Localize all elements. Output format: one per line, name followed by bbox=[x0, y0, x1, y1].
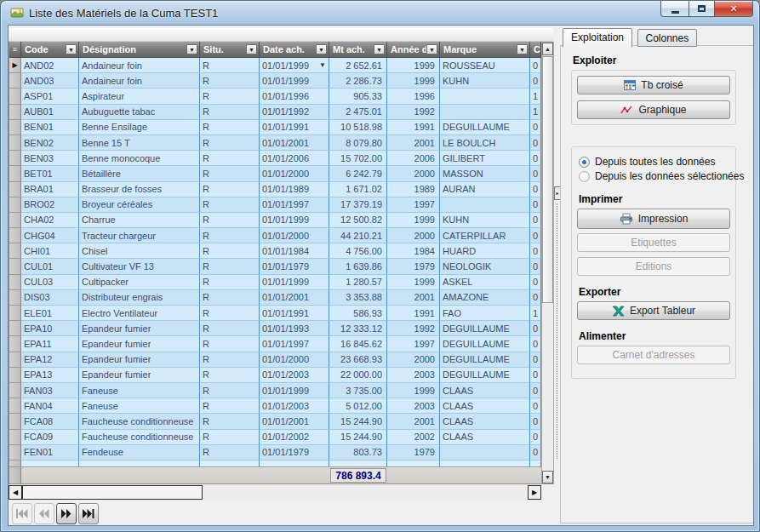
table-row[interactable]: CUL03CultipackerR01/01/19991 280.571999A… bbox=[9, 275, 541, 290]
table-row[interactable]: FAN03FaneuseR01/01/19993 735.001999CLAAS… bbox=[9, 383, 541, 398]
filter-dropdown-icon[interactable]: ▼ bbox=[374, 44, 385, 54]
vertical-scrollbar[interactable]: ▲ ▼ bbox=[541, 42, 554, 484]
table-row[interactable]: CUL01Cultivateur VF 13R01/01/19791 639.8… bbox=[9, 259, 541, 274]
radio-all-data[interactable]: Depuis toutes les données bbox=[579, 156, 730, 168]
cell-situ: R bbox=[200, 430, 260, 445]
filter-dropdown-icon[interactable]: ▼ bbox=[517, 44, 528, 54]
column-header-code[interactable]: Code▼ bbox=[21, 42, 79, 57]
table-row[interactable]: FAN04FaneuseR01/01/20035 012.002003CLAAS… bbox=[9, 398, 541, 414]
row-selector[interactable] bbox=[9, 89, 21, 104]
row-selector[interactable] bbox=[9, 243, 21, 259]
table-row[interactable]: CHG04Tracteur chargeurR01/01/200044 210.… bbox=[9, 228, 541, 243]
table-row[interactable]: CHA02CharrueR01/01/199912 500.821999KUHN… bbox=[9, 213, 541, 228]
export-tableur-button[interactable]: Export Tableur bbox=[577, 301, 730, 320]
column-header-mt[interactable]: Mt ach.▼ bbox=[329, 42, 387, 57]
row-selector[interactable] bbox=[9, 259, 21, 274]
row-selector[interactable] bbox=[9, 213, 21, 228]
horizontal-scroll-thumb[interactable] bbox=[22, 485, 203, 500]
row-selector[interactable] bbox=[9, 321, 21, 336]
table-row[interactable]: FCA09Faucheuse conditionneuseR01/01/2002… bbox=[9, 430, 541, 445]
table-row[interactable]: BET01BétaillèreR01/01/20006 242.792000MA… bbox=[9, 166, 541, 181]
row-selector[interactable] bbox=[9, 228, 21, 243]
cell-marque: AMAZONE bbox=[440, 290, 530, 306]
radio-selected-data[interactable]: Depuis les données sélectionées bbox=[579, 170, 730, 182]
row-selector[interactable] bbox=[9, 383, 21, 398]
row-selector[interactable] bbox=[9, 306, 21, 321]
close-button[interactable]: ✕ bbox=[714, 1, 753, 17]
row-selector[interactable] bbox=[9, 151, 21, 166]
row-selector[interactable] bbox=[9, 120, 21, 135]
table-row[interactable]: BRO02Broyeur céréalesR01/01/199717 379.1… bbox=[9, 197, 541, 213]
tb-croise-button[interactable]: Tb croisé bbox=[577, 76, 730, 94]
row-selector[interactable]: ▶ bbox=[9, 58, 21, 73]
row-selector[interactable] bbox=[9, 105, 21, 120]
application-window: Liste des Matériels de la Cuma TEST1 ✕ ≡… bbox=[0, 0, 760, 532]
scroll-up-button[interactable]: ▲ bbox=[542, 43, 553, 55]
row-selector[interactable] bbox=[9, 398, 21, 414]
filter-dropdown-icon[interactable]: ▼ bbox=[66, 44, 77, 54]
row-selector[interactable] bbox=[9, 430, 21, 445]
column-header-annee[interactable]: Année d▼ bbox=[387, 42, 440, 57]
table-row[interactable]: FEN01FendeuseR01/01/1979803.73197907 bbox=[9, 445, 541, 460]
table-row[interactable]: BEN01Benne EnsilageR01/01/199110 518.981… bbox=[9, 120, 541, 135]
row-selector[interactable] bbox=[9, 275, 21, 290]
table-row[interactable]: BEN02Benne 15 TR01/01/20018 079.802001LE… bbox=[9, 135, 541, 151]
last-record-button[interactable] bbox=[78, 503, 99, 524]
table-row[interactable]: BRA01Brasseur de fossesR01/01/19891 671.… bbox=[9, 182, 541, 197]
table-row[interactable]: EPA10Epandeur fumierR01/01/199312 333.12… bbox=[9, 321, 541, 336]
table-row[interactable]: AUB01Aubuguette tabacR01/01/19922 475.01… bbox=[9, 105, 541, 120]
row-selector[interactable] bbox=[9, 368, 21, 383]
scroll-down-button[interactable]: ▼ bbox=[542, 471, 553, 483]
scroll-right-button[interactable]: ▶ bbox=[528, 485, 541, 500]
column-header-situ[interactable]: Situ.▼ bbox=[200, 42, 260, 57]
horizontal-scrollbar[interactable]: ◀ ▶ bbox=[9, 485, 541, 501]
filter-dropdown-icon[interactable]: ▼ bbox=[316, 44, 327, 54]
row-selector[interactable] bbox=[9, 445, 21, 460]
impression-button[interactable]: Impression bbox=[577, 209, 730, 229]
table-row[interactable]: ELE01Electro VentilateurR01/01/1991586.9… bbox=[9, 306, 541, 321]
row-selector[interactable] bbox=[9, 414, 21, 429]
row-selector[interactable] bbox=[9, 336, 21, 352]
filter-dropdown-icon[interactable]: ▼ bbox=[186, 44, 197, 54]
row-selector[interactable] bbox=[9, 166, 21, 181]
cell-c: 03 bbox=[530, 259, 541, 274]
column-header-marque[interactable]: Marque▼ bbox=[440, 42, 530, 57]
filter-dropdown-icon[interactable]: ▼ bbox=[246, 44, 257, 54]
minimize-button[interactable] bbox=[660, 1, 689, 17]
row-selector[interactable] bbox=[9, 197, 21, 213]
vertical-scroll-thumb[interactable] bbox=[542, 56, 553, 303]
date-combo-icon[interactable]: ▼ bbox=[316, 61, 326, 69]
row-selector[interactable] bbox=[9, 352, 21, 368]
table-row[interactable]: CHI01ChiselR01/01/19844 756.001984HUARD0… bbox=[9, 243, 541, 259]
next-page-button[interactable] bbox=[56, 503, 77, 524]
column-header-date[interactable]: Date ach.▼ bbox=[260, 42, 329, 57]
row-selector[interactable] bbox=[9, 290, 21, 306]
cell-mt: 16 845.62 bbox=[329, 336, 387, 352]
table-row[interactable]: EPA13Epandeur fumierR01/01/200322 000.00… bbox=[9, 368, 541, 383]
table-row[interactable]: FCA08Faucheuse conditionneuseR01/01/2001… bbox=[9, 414, 541, 429]
graphique-button[interactable]: Graphique bbox=[577, 100, 730, 119]
table-row[interactable]: DIS03Distributeur engraisR01/01/20013 35… bbox=[9, 290, 541, 306]
table-row[interactable]: AND03Andaineur foinR01/01/19992 286.7319… bbox=[9, 73, 541, 89]
tab-colonnes[interactable]: Colonnes bbox=[637, 29, 698, 47]
tab-exploitation[interactable]: Exploitation bbox=[563, 28, 632, 48]
filter-dropdown-icon[interactable]: ▼ bbox=[426, 44, 437, 54]
table-row[interactable]: ASP01AspirateurR01/01/1996905.33199611 bbox=[9, 89, 541, 104]
column-header-c[interactable]: C bbox=[530, 42, 541, 57]
row-selector[interactable] bbox=[9, 182, 21, 197]
select-all-corner[interactable]: ≡ bbox=[9, 42, 21, 57]
maximize-button[interactable] bbox=[689, 1, 714, 17]
column-header-designation[interactable]: Désignation▼ bbox=[79, 42, 200, 57]
row-selector[interactable] bbox=[9, 135, 21, 151]
table-row[interactable]: EPA12Epandeur fumierR01/01/200023 668.93… bbox=[9, 352, 541, 368]
exploiter-groupbox: Tb croisé Graphique bbox=[571, 70, 736, 125]
scroll-left-button[interactable]: ◀ bbox=[9, 485, 22, 500]
grid-header: ≡ Code▼Désignation▼Situ.▼Date ach.▼Mt ac… bbox=[9, 42, 541, 58]
row-selector[interactable] bbox=[9, 73, 21, 89]
cell-annee: 1997 bbox=[387, 336, 440, 352]
table-row[interactable]: BEN03Benne monocoqueR01/01/200615 702.00… bbox=[9, 151, 541, 166]
table-row[interactable]: EPA11Epandeur fumierR01/01/199716 845.62… bbox=[9, 336, 541, 352]
cell-situ: R bbox=[200, 398, 260, 414]
title-bar[interactable]: Liste des Matériels de la Cuma TEST1 bbox=[1, 1, 759, 25]
table-row[interactable]: ▶AND02Andaineur foinR01/01/1999▼2 652.61… bbox=[9, 58, 541, 73]
